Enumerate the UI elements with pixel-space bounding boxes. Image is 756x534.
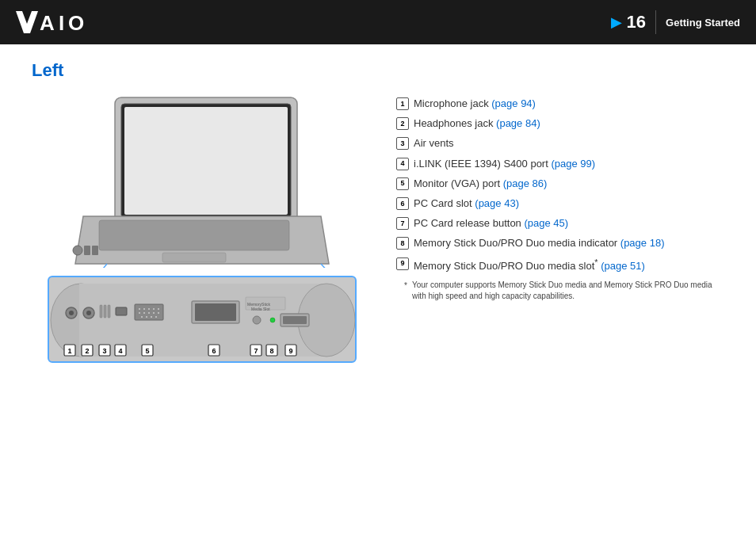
svg-point-40 — [151, 316, 152, 318]
feature-text-1: Microphone jack (page 94) — [414, 97, 536, 111]
feature-num-4: 4 — [396, 158, 409, 170]
svg-text:8: 8 — [269, 347, 273, 355]
feature-text-2: Headphones jack (page 84) — [414, 116, 540, 131]
feature-link-2[interactable]: (page 84) — [496, 117, 540, 129]
svg-rect-43 — [195, 303, 236, 321]
superscript-star: * — [594, 257, 598, 267]
footnote-item: * Your computer supports Memory Stick Du… — [404, 280, 724, 302]
footnote-star: * — [404, 280, 407, 292]
feature-num-3: 3 — [396, 137, 409, 150]
feature-text-5: Monitor (VGA) port (page 86) — [414, 177, 547, 191]
svg-text:2: 2 — [85, 347, 89, 355]
feature-link-8[interactable]: (page 18) — [620, 237, 665, 249]
svg-text:1: 1 — [67, 347, 71, 355]
section-label: Getting Started — [666, 17, 740, 29]
svg-rect-9 — [99, 220, 289, 250]
svg-point-29 — [143, 308, 145, 310]
section-title: Left — [32, 60, 724, 81]
svg-point-11 — [73, 246, 82, 255]
svg-text:I: I — [59, 11, 64, 35]
footnote-text: Your computer supports Memory Stick Duo … — [412, 280, 724, 302]
zoomed-panel: MemoryStick Media Slot — [48, 276, 357, 363]
feature-num-8: 8 — [396, 237, 409, 250]
svg-point-47 — [253, 316, 261, 324]
feature-link-4[interactable]: (page 99) — [551, 158, 595, 170]
feature-text-9: Memory Stick Duo/PRO Duo media slot* (pa… — [414, 257, 645, 274]
feature-text-8: Memory Stick Duo/PRO Duo media indicator… — [414, 236, 664, 250]
svg-point-33 — [139, 312, 140, 314]
svg-point-48 — [270, 318, 275, 322]
svg-text:5: 5 — [145, 347, 149, 355]
feature-text-6: PC Card slot (page 43) — [414, 196, 519, 211]
feature-item-3: 3 Air vents — [396, 136, 724, 151]
feature-link-7[interactable]: (page 45) — [524, 217, 568, 229]
feature-num-2: 2 — [396, 117, 409, 130]
svg-text:Media Slot: Media Slot — [251, 307, 270, 311]
feature-item-2: 2 Headphones jack (page 84) — [396, 116, 724, 131]
main-content: Left — [0, 44, 756, 379]
svg-point-32 — [158, 308, 159, 310]
svg-point-31 — [153, 308, 155, 310]
features-list: 1 Microphone jack (page 94) 2 Headphones… — [396, 93, 724, 302]
feature-item-1: 1 Microphone jack (page 94) — [396, 97, 724, 111]
svg-rect-50 — [283, 316, 307, 324]
feature-link-6[interactable]: (page 43) — [475, 197, 519, 209]
footnote-section: * Your computer supports Memory Stick Du… — [396, 280, 724, 302]
diagram-area: MemoryStick Media Slot — [32, 93, 372, 363]
page-number-container: ▶ 16 — [611, 12, 646, 32]
svg-text:3: 3 — [102, 347, 106, 355]
arrow-icon: ▶ — [611, 13, 622, 31]
svg-point-35 — [148, 312, 150, 314]
feature-num-1: 1 — [396, 97, 409, 110]
feature-num-6: 6 — [396, 197, 409, 210]
feature-num-5: 5 — [396, 177, 409, 190]
laptop-diagram-svg — [59, 93, 345, 268]
svg-text:O: O — [68, 11, 84, 35]
svg-rect-10 — [162, 253, 226, 262]
svg-point-37 — [158, 312, 159, 314]
page-number: 16 — [627, 12, 646, 32]
svg-point-38 — [141, 316, 143, 318]
panel-svg: MemoryStick Media Slot — [49, 277, 357, 363]
feature-item-9: 9 Memory Stick Duo/PRO Duo media slot* (… — [396, 257, 724, 274]
feature-text-4: i.LINK (IEEE 1394) S400 port (page 99) — [414, 157, 595, 171]
content-area: MemoryStick Media Slot — [32, 93, 724, 363]
zoomed-panel-container: MemoryStick Media Slot — [48, 276, 357, 363]
feature-link-5[interactable]: (page 86) — [503, 177, 548, 189]
svg-point-34 — [143, 312, 145, 314]
feature-num-9: 9 — [396, 257, 409, 270]
feature-item-8: 8 Memory Stick Duo/PRO Duo media indicat… — [396, 236, 724, 250]
svg-point-36 — [153, 312, 155, 314]
svg-text:A: A — [40, 11, 55, 35]
svg-rect-26 — [116, 307, 127, 315]
svg-rect-12 — [84, 246, 90, 255]
header-right: ▶ 16 Getting Started — [611, 10, 740, 34]
svg-text:9: 9 — [288, 347, 292, 355]
svg-point-41 — [155, 316, 157, 318]
svg-rect-23 — [100, 305, 102, 318]
logo-area: A I O — [16, 8, 103, 36]
feature-text-3: Air vents — [414, 136, 454, 151]
svg-rect-6 — [124, 107, 288, 215]
svg-rect-25 — [108, 305, 110, 318]
svg-point-30 — [148, 308, 150, 310]
svg-text:6: 6 — [212, 347, 216, 355]
feature-item-5: 5 Monitor (VGA) port (page 86) — [396, 177, 724, 191]
svg-text:7: 7 — [254, 347, 258, 355]
feature-item-4: 4 i.LINK (IEEE 1394) S400 port (page 99) — [396, 157, 724, 171]
svg-text:4: 4 — [118, 347, 122, 355]
feature-item-7: 7 PC Card release button (page 45) — [396, 216, 724, 231]
svg-point-39 — [146, 316, 147, 318]
svg-rect-13 — [92, 246, 98, 255]
vaio-logo-svg: A I O — [16, 8, 103, 36]
laptop-illustration — [59, 93, 345, 268]
svg-point-28 — [139, 308, 140, 310]
header: A I O ▶ 16 Getting Started — [0, 0, 756, 44]
svg-point-20 — [69, 311, 74, 315]
svg-rect-24 — [104, 305, 106, 318]
feature-num-7: 7 — [396, 217, 409, 230]
feature-link-1[interactable]: (page 94) — [491, 97, 536, 109]
feature-text-7: PC Card release button (page 45) — [414, 216, 568, 231]
feature-link-9[interactable]: (page 51) — [601, 260, 645, 272]
feature-item-6: 6 PC Card slot (page 43) — [396, 196, 724, 211]
